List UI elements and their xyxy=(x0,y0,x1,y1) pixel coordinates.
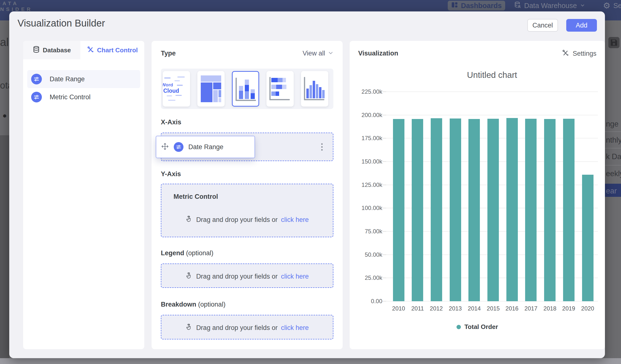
chart-type-column[interactable] xyxy=(301,71,328,106)
cancel-button[interactable]: Cancel xyxy=(527,19,558,32)
chart-type-stacked-column[interactable] xyxy=(232,71,259,106)
bar-2019 xyxy=(563,119,574,301)
control-sliders-icon xyxy=(31,74,42,85)
view-all-label: View all xyxy=(302,50,325,57)
x-axis-label: 2010 xyxy=(388,305,410,312)
tap-hand-icon xyxy=(185,272,193,281)
y-axis-label: 225.00k xyxy=(353,88,382,95)
y-axis-tick xyxy=(382,255,386,255)
field-label: Date Range xyxy=(50,75,85,83)
background-menu-item: nthly xyxy=(606,136,621,144)
tab-database-label: Database xyxy=(43,47,71,54)
y-axis-tick xyxy=(382,161,386,162)
type-section-label: Type xyxy=(161,50,176,57)
background-menu-item: eekly xyxy=(606,169,621,178)
background-bullet: ● xyxy=(2,111,7,120)
click-here-link[interactable]: click here xyxy=(281,273,309,280)
x-axis-label: 2016 xyxy=(501,305,523,312)
chart-builder-panel: Type View all Word Cloud xyxy=(152,41,343,349)
word-cloud-icon: Word xyxy=(163,82,173,87)
bar-2010 xyxy=(393,119,404,301)
chevron-down-icon xyxy=(328,50,333,57)
gridline xyxy=(386,91,598,92)
bar-chart-plot: 225.00k200.00k175.00k150.00k125.00k100.0… xyxy=(386,92,598,301)
nav-item-dashboards[interactable]: Dashboards xyxy=(448,1,505,10)
legend-drop-zone[interactable]: Drag and drop your fields or click here xyxy=(161,263,333,288)
x-axis-label: 2017 xyxy=(520,305,542,312)
dialog-title: Visualization Builder xyxy=(17,18,105,29)
bar-2020 xyxy=(582,175,593,301)
click-here-link[interactable]: click here xyxy=(281,324,309,332)
y-axis-label: 125.00k xyxy=(353,182,382,188)
y-axis-tick xyxy=(382,231,386,232)
y-axis-drop-zone[interactable]: Metric Control Drag and drop your fields… xyxy=(161,184,333,237)
y-axis-section-label: Y-Axis xyxy=(161,170,181,178)
y-axis-label: 75.00k xyxy=(353,228,382,235)
nav-dashboards-label: Dashboards xyxy=(461,2,502,10)
divider xyxy=(605,131,621,132)
visualization-builder-dialog: Visualization Builder Cancel Add Databas… xyxy=(9,11,605,358)
background-text-fragment: al xyxy=(0,35,9,49)
y-axis-tick xyxy=(382,208,386,208)
field-item-date-range[interactable]: Date Range xyxy=(27,70,140,88)
drop-hint-text: Drag and drop your fields or xyxy=(196,273,278,280)
control-sliders-icon xyxy=(174,142,184,152)
save-button[interactable] xyxy=(608,37,620,48)
breakdown-section-label: Breakdown (optional) xyxy=(161,301,225,308)
bar-2011 xyxy=(412,119,423,301)
bar-2015 xyxy=(487,119,499,301)
y-axis-tick xyxy=(382,138,386,139)
tools-icon xyxy=(87,46,94,55)
y-axis-label: 0.00 xyxy=(353,298,382,305)
treemap-icon xyxy=(201,75,221,82)
x-axis-label: 2013 xyxy=(444,305,466,312)
tap-hand-icon xyxy=(185,323,193,332)
dragged-field-card[interactable]: Date Range xyxy=(156,136,255,158)
breakdown-drop-zone[interactable]: Drag and drop your fields or click here xyxy=(161,315,333,339)
y-axis-label: 150.00k xyxy=(353,158,382,165)
tap-hand-icon xyxy=(185,215,193,224)
background-panel xyxy=(0,135,9,358)
kebab-menu-icon[interactable] xyxy=(321,143,323,151)
nav-item-settings[interactable]: ⚙ Settings xyxy=(603,1,621,10)
background-panel xyxy=(0,358,621,364)
chart-title: Untitled chart xyxy=(386,70,598,80)
y-axis-label: 175.00k xyxy=(353,135,382,142)
chart-type-stacked-bar[interactable] xyxy=(266,71,294,106)
drop-hint-text: Drag and drop your fields or xyxy=(196,216,278,224)
field-item-metric-control[interactable]: Metric Control xyxy=(27,88,140,106)
bar-2018 xyxy=(544,119,555,301)
column-chart-icon xyxy=(304,77,305,100)
legend-series-label: Total Order xyxy=(464,323,498,331)
add-button[interactable]: Add xyxy=(566,19,597,32)
bar-2012 xyxy=(431,118,442,301)
settings-label: Settings xyxy=(572,50,596,57)
chart-type-treemap[interactable] xyxy=(197,71,224,106)
y-axis-tick xyxy=(382,91,386,92)
tab-chart-control[interactable]: Chart Control xyxy=(80,41,144,59)
bar-2014 xyxy=(468,119,480,301)
bar-2013 xyxy=(450,119,461,301)
view-all-dropdown[interactable]: View all xyxy=(302,50,333,57)
y-axis-label: 100.00k xyxy=(353,205,382,211)
move-icon xyxy=(161,143,169,151)
tools-icon xyxy=(562,49,569,58)
chart-legend: Total Order xyxy=(350,323,605,331)
fields-panel: Database Chart Control Date Range Metric… xyxy=(23,41,144,349)
screen: DATA INSIDER Dashboards Data Warehouse ⚙… xyxy=(0,0,621,364)
nav-item-data-warehouse[interactable]: Data Warehouse xyxy=(514,1,585,10)
background-menu-item-selected: ear xyxy=(605,184,621,197)
bar-2016 xyxy=(506,118,518,301)
tab-chart-control-label: Chart Control xyxy=(97,47,138,54)
database-icon xyxy=(33,46,40,55)
click-here-link[interactable]: click here xyxy=(281,216,309,224)
divider xyxy=(605,148,621,148)
chart-type-word-cloud[interactable]: Word Cloud xyxy=(163,71,190,106)
tab-database[interactable]: Database xyxy=(23,41,80,59)
control-sliders-icon xyxy=(31,92,42,103)
visualization-header: Visualization xyxy=(358,50,398,57)
x-axis-label: 2019 xyxy=(558,305,580,312)
settings-button[interactable]: Settings xyxy=(562,49,596,58)
logo-line-1: DATA xyxy=(0,0,33,6)
x-axis-label: 2020 xyxy=(577,305,599,312)
